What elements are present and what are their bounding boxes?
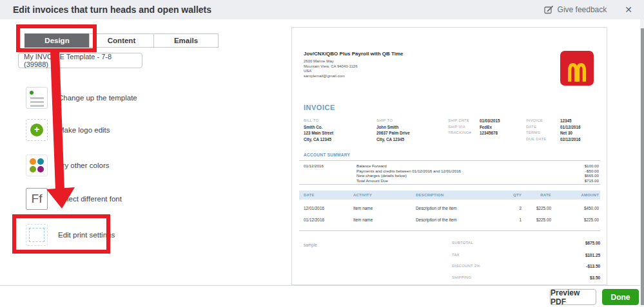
palette-icon <box>26 154 48 176</box>
preview-pdf-button[interactable]: Preview PDF <box>550 289 596 305</box>
scrollbar-thumb[interactable] <box>641 28 644 305</box>
sidebar-item-logo-edits[interactable]: + Make logo edits <box>26 118 110 142</box>
template-select[interactable]: My INVOICE Template - 7-8 (39988) <box>18 53 142 68</box>
total-row-subtotal: SUBTOTAL $675.00 <box>292 241 607 247</box>
table-row: 12/01/2016 Item name Description of the … <box>299 206 600 213</box>
invoice-company-address: 2600 Marine Way Mountain View, CA 94043-… <box>304 59 358 79</box>
sidebar-item-label: Change up the template <box>58 94 137 102</box>
ship-meta-values: 01/03/2015 FedEx 12345678 <box>480 118 500 136</box>
sidebar-item-label: Make logo edits <box>58 126 110 134</box>
print-margins-icon <box>26 224 48 246</box>
invoice-title: INVOICE <box>304 104 335 111</box>
account-summary-table: 01/12/2016 Balance Forward Payments and … <box>299 160 600 185</box>
tab-design[interactable]: Design <box>24 33 90 48</box>
page-title: Edit invoices that turn heads and open w… <box>13 5 211 15</box>
tab-bar: Design Content Emails <box>24 33 219 48</box>
account-summary-labels: Balance Forward Payments and credits bet… <box>356 163 461 183</box>
scrollbar-track <box>640 19 644 307</box>
items-table-header: DATE ACTIVITY DESCRIPTION QTY RATE AMOUN… <box>299 191 600 200</box>
account-summary-date: 01/12/2016 <box>304 163 324 168</box>
total-row-tax: TAX $101.25 <box>292 253 607 259</box>
sidebar-item-colors[interactable]: Try other colors <box>26 154 109 177</box>
total-row-shipping: SHIPPING $3.50 <box>292 275 607 282</box>
account-summary-title: ACCOUNT SUMMARY <box>304 153 350 157</box>
invoice-meta-values: 12345 01/12/2016 Net 30 02/12/2016 <box>560 118 581 142</box>
give-feedback-button[interactable]: Give feedback <box>544 5 607 14</box>
close-icon[interactable]: ✕ <box>621 3 636 16</box>
sidebar-item-change-template[interactable]: Change up the template <box>26 86 137 109</box>
done-button[interactable]: Done <box>602 289 639 305</box>
ship-meta-labels: SHIP DATE SHIP VIA TRACKING# <box>448 118 471 136</box>
sidebar-item-label: Select different font <box>58 195 122 203</box>
font-icon: Ff <box>26 188 48 210</box>
add-logo-icon: + <box>26 119 48 141</box>
give-feedback-label: Give feedback <box>558 5 607 14</box>
account-summary-amounts: $100.00 -$50.00 $665.00 $715.00 <box>585 163 599 183</box>
feedback-pencil-icon <box>544 5 554 14</box>
sidebar-item-print-settings[interactable]: Edit print settings <box>26 223 115 247</box>
header-bar: Edit invoices that turn heads and open w… <box>0 0 644 19</box>
template-select-value: My INVOICE Template - 7-8 (39988) <box>24 53 137 68</box>
divider <box>299 230 600 231</box>
ship-to-block: SHIP TO John Smith 20637 Palm Drive City… <box>376 118 410 142</box>
sidebar-item-label: Edit print settings <box>58 231 115 239</box>
footer-bar: Preview PDF Done <box>0 285 644 307</box>
sidebar-item-label: Try other colors <box>58 162 109 169</box>
table-row: 01/12/2016 Item name Description of the … <box>299 218 600 225</box>
tab-content[interactable]: Content <box>89 33 154 48</box>
tab-emails[interactable]: Emails <box>153 33 219 48</box>
invoice-company-name: Jov/CNX/QBO Plus Payroll with QB Time <box>304 51 404 57</box>
total-row-discount: DISCOUNT 2% -$13.50 <box>292 264 607 270</box>
bill-to-block: BILL TO Smith Co. 123 Main Street City, … <box>304 118 333 142</box>
mcdonalds-logo-icon <box>560 51 594 86</box>
sidebar-item-font[interactable]: Ff Select different font <box>26 187 122 210</box>
invoice-meta-labels: INVOICE DATE TERMS DUE DATE <box>526 118 547 142</box>
template-icon <box>26 87 48 109</box>
invoice-preview: Jov/CNX/QBO Plus Payroll with QB Time 26… <box>291 27 607 285</box>
